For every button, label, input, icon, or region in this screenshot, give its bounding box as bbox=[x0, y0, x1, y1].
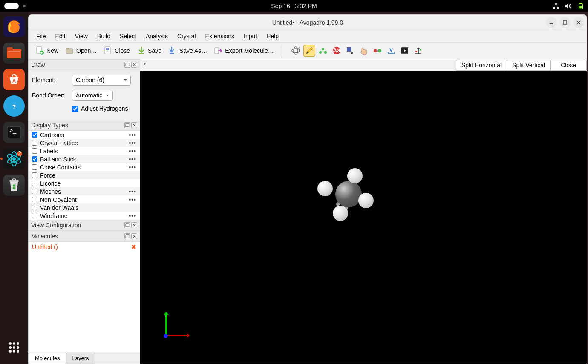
tool-label[interactable]: Aa bbox=[331, 45, 343, 57]
menu-input[interactable]: Input bbox=[240, 32, 260, 41]
display-type-checkbox[interactable] bbox=[32, 132, 37, 138]
tab-molecules[interactable]: Molecules bbox=[29, 353, 66, 364]
system-tray[interactable] bbox=[553, 3, 584, 9]
molecules-float-button[interactable]: ❐ bbox=[124, 233, 130, 239]
dock-help[interactable]: ? bbox=[3, 95, 25, 117]
draw-close-button[interactable]: ✕ bbox=[131, 62, 137, 68]
3d-viewport[interactable] bbox=[140, 71, 587, 364]
tool-bond[interactable] bbox=[372, 45, 383, 57]
new-button[interactable]: New bbox=[33, 44, 61, 57]
viewcfg-close-button[interactable]: ✕ bbox=[131, 222, 137, 228]
display-type-row[interactable]: Meshes••• bbox=[29, 187, 140, 195]
maximize-button[interactable] bbox=[559, 17, 571, 28]
split-vertical-button[interactable]: Split Vertical bbox=[507, 60, 551, 71]
display-type-row[interactable]: Licorice bbox=[29, 179, 140, 187]
display-float-button[interactable]: ❐ bbox=[124, 122, 130, 128]
minimize-button[interactable] bbox=[546, 17, 557, 28]
svg-rect-56 bbox=[401, 53, 408, 54]
display-type-checkbox[interactable] bbox=[32, 172, 37, 178]
dock-terminal[interactable]: >_ bbox=[3, 122, 25, 143]
menu-edit[interactable]: Edit bbox=[52, 32, 69, 41]
display-type-checkbox[interactable] bbox=[32, 181, 37, 186]
viewport-tabbar: * Split Horizontal Split Vertical Close bbox=[140, 59, 587, 71]
menu-extensions[interactable]: Extensions bbox=[202, 32, 238, 41]
tool-navigate[interactable] bbox=[290, 45, 302, 57]
display-type-row[interactable]: Ball and Stick••• bbox=[29, 155, 140, 163]
display-type-checkbox[interactable] bbox=[32, 205, 37, 210]
close-button[interactable] bbox=[573, 17, 584, 28]
display-type-row[interactable]: Van der Waals bbox=[29, 203, 140, 212]
molecules-close-button[interactable]: ✕ bbox=[131, 233, 137, 239]
display-type-options[interactable]: ••• bbox=[129, 132, 136, 138]
menu-analysis[interactable]: Analysis bbox=[142, 32, 171, 41]
display-close-button[interactable]: ✕ bbox=[131, 122, 137, 128]
view-config-header[interactable]: View Configuration ❐✕ bbox=[29, 220, 140, 231]
menu-build[interactable]: Build bbox=[94, 32, 114, 41]
display-type-row[interactable]: Crystal Lattice••• bbox=[29, 139, 140, 147]
display-type-checkbox[interactable] bbox=[32, 156, 37, 162]
open-button[interactable]: Open… bbox=[63, 44, 99, 57]
element-select[interactable]: Carbon (6) bbox=[72, 75, 131, 86]
tab-layers[interactable]: Layers bbox=[66, 353, 95, 364]
save-as-button[interactable]: Save As… bbox=[166, 44, 210, 57]
display-type-checkbox[interactable] bbox=[32, 197, 37, 202]
display-type-row[interactable]: Cartoons••• bbox=[29, 131, 140, 139]
molecules-header[interactable]: Molecules ❐✕ bbox=[29, 231, 140, 242]
tool-template[interactable] bbox=[317, 45, 329, 57]
display-type-row[interactable]: Wireframe••• bbox=[29, 212, 140, 220]
display-type-options[interactable]: ••• bbox=[129, 188, 136, 195]
titlebar[interactable]: Untitled• - Avogadro 1.99.0 bbox=[29, 15, 587, 30]
menu-crystal[interactable]: Crystal bbox=[174, 32, 199, 41]
display-type-checkbox[interactable] bbox=[32, 148, 37, 154]
tool-animation[interactable] bbox=[399, 45, 411, 57]
tool-draw[interactable] bbox=[303, 45, 315, 57]
menu-view[interactable]: View bbox=[72, 32, 91, 41]
tool-select[interactable] bbox=[344, 45, 356, 57]
dock-files[interactable] bbox=[3, 43, 25, 64]
tool-align[interactable] bbox=[412, 45, 424, 57]
draw-panel-header[interactable]: Draw ❐✕ bbox=[29, 59, 140, 70]
display-type-options[interactable]: ••• bbox=[129, 212, 136, 219]
close-view-button[interactable]: Close bbox=[550, 60, 587, 71]
tool-manipulate[interactable] bbox=[358, 45, 370, 57]
export-button[interactable]: Export Molecule… bbox=[211, 44, 276, 57]
adjust-hydrogens-label: Adjust Hydrogens bbox=[81, 105, 128, 112]
display-type-options[interactable]: ••• bbox=[129, 164, 136, 171]
molecules-list: Untitled () ✖ bbox=[29, 242, 140, 352]
save-button[interactable]: Save bbox=[134, 44, 164, 57]
dock-avogadro[interactable]: 2 bbox=[3, 148, 25, 169]
molecule-remove-button[interactable]: ✖ bbox=[131, 244, 136, 250]
bond-order-select[interactable]: Automatic bbox=[72, 90, 113, 101]
adjust-hydrogens-checkbox[interactable] bbox=[72, 106, 78, 112]
split-horizontal-button[interactable]: Split Horizontal bbox=[456, 60, 507, 71]
display-type-options[interactable]: ••• bbox=[129, 196, 136, 203]
dock-firefox[interactable] bbox=[3, 16, 25, 37]
dock-show-apps[interactable] bbox=[3, 337, 25, 358]
activities-pill[interactable] bbox=[4, 3, 19, 9]
viewcfg-float-button[interactable]: ❐ bbox=[124, 222, 130, 228]
menu-help[interactable]: Help bbox=[263, 32, 282, 41]
hydrogen-atom bbox=[317, 181, 333, 196]
display-type-row[interactable]: Non-Covalent••• bbox=[29, 195, 140, 203]
display-type-checkbox[interactable] bbox=[32, 164, 37, 170]
dock-software[interactable]: A bbox=[3, 69, 25, 90]
display-type-checkbox[interactable] bbox=[32, 189, 37, 194]
clock[interactable]: Sep 16 3:32 PM bbox=[271, 3, 317, 9]
molecule-item[interactable]: Untitled () ✖ bbox=[32, 244, 136, 250]
display-types-header[interactable]: Display Types ❐✕ bbox=[29, 120, 140, 131]
display-type-options[interactable]: ••• bbox=[129, 156, 136, 163]
display-type-options[interactable]: ••• bbox=[129, 148, 136, 155]
tool-measure[interactable] bbox=[385, 45, 397, 57]
menu-file[interactable]: File bbox=[33, 32, 49, 41]
display-type-options[interactable]: ••• bbox=[129, 140, 136, 146]
display-type-row[interactable]: Close Contacts••• bbox=[29, 163, 140, 171]
display-type-checkbox[interactable] bbox=[32, 140, 37, 146]
menu-select[interactable]: Select bbox=[116, 32, 140, 41]
close-file-button[interactable]: Close bbox=[101, 44, 133, 57]
svg-point-29 bbox=[17, 350, 19, 353]
display-type-row[interactable]: Labels••• bbox=[29, 147, 140, 155]
dock-trash[interactable] bbox=[3, 175, 25, 196]
display-type-checkbox[interactable] bbox=[32, 213, 37, 218]
display-type-row[interactable]: Force bbox=[29, 171, 140, 179]
draw-float-button[interactable]: ❐ bbox=[124, 62, 130, 68]
